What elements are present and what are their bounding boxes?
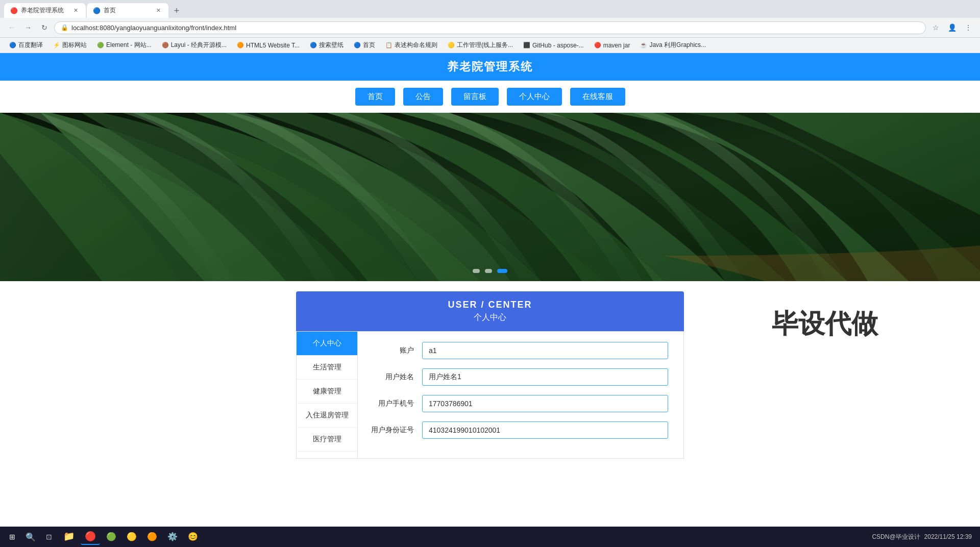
taskbar-app-1[interactable]: 🟢 [102,529,120,545]
hero-image [0,113,980,281]
bookmark-java[interactable]: ☕ Java 利用Graphics... [636,39,710,51]
sidebar-item-checkin-checkout[interactable]: 入住退房管理 [297,404,357,428]
form-row-username: 用户姓名 [368,368,668,386]
taskbar-app-5[interactable]: 😊 [184,529,202,545]
label-account: 账户 [368,346,414,355]
bookmark-favicon: ☕ [640,42,647,48]
sidebar-menu: 个人中心 生活管理 健康管理 入住退房管理 医疗管理 [297,332,358,458]
profile-button[interactable]: 👤 [945,21,959,34]
bookmark-favicon: 🔵 [9,42,16,48]
nav-online-service[interactable]: 在线客服 [570,88,625,106]
site-nav: 首页 公告 留言板 个人中心 在线客服 [0,81,980,113]
bookmark-home[interactable]: 🔵 首页 [350,39,379,51]
bookmark-favicon: 🔵 [354,42,361,48]
form-row-idcard: 用户身份证号 [368,421,668,439]
taskbar: ⊞ 🔍 ⊡ 📁 🔴 🟢 🟡 🟠 ⚙️ 😊 CSDN@毕业设计 2022/11/2… [0,527,980,547]
form-row-account: 账户 [368,342,668,359]
bookmark-icon-site[interactable]: ⚡ 图标网站 [49,39,91,51]
bookmark-button[interactable]: ☆ [929,21,942,34]
refresh-button[interactable]: ↻ [38,21,51,34]
start-button[interactable]: ⊞ [4,529,20,545]
bookmark-naming[interactable]: 📋 表述构命名规则 [381,39,442,51]
lock-icon: 🔒 [61,24,68,31]
tab-2-title: 首页 [104,6,151,15]
forward-button[interactable]: → [21,21,35,34]
carousel-dots [473,269,507,273]
sidebar-item-health-management[interactable]: 健康管理 [297,380,357,404]
input-phone[interactable] [422,395,668,412]
nav-announcement[interactable]: 公告 [403,88,443,106]
bookmark-element[interactable]: 🟢 Element - 网站... [93,39,156,51]
section-header-en: USER / CENTER [304,300,676,310]
nav-personal-center[interactable]: 个人中心 [507,88,562,106]
bookmark-layui[interactable]: 🟤 Layui - 经典开源模... [158,39,231,51]
label-phone: 用户手机号 [368,399,414,408]
tab-1-title: 养老院管理系统 [21,6,68,15]
bookmark-favicon: 🟤 [162,42,169,48]
label-username: 用户姓名 [368,372,414,382]
taskbar-sys-info: CSDN@毕业设计 2022/11/25 12:39 [872,533,976,541]
input-account[interactable] [422,342,668,359]
sidebar-item-medical-management[interactable]: 医疗管理 [297,428,357,452]
taskbar-sys-time: 2022/11/25 12:39 [924,533,972,540]
label-idcard: 用户身份证号 [368,426,414,435]
bookmark-favicon: 🟢 [97,42,104,48]
input-username[interactable] [422,368,668,386]
hero-banner [0,113,980,281]
section-header-zh: 个人中心 [304,312,676,323]
bookmark-work[interactable]: 🟡 工作管理(线上服务... [444,39,517,51]
bookmark-favicon: 🟠 [237,42,244,48]
sidebar-item-life-management[interactable]: 生活管理 [297,356,357,380]
url-text: localhost:8080/yanglaoyuanguanlixitong/f… [71,24,919,32]
address-bar[interactable]: 🔒 localhost:8080/yanglaoyuanguanlixitong… [54,21,926,34]
app-container: 养老院管理系统 首页 公告 留言板 个人中心 在线客服 [0,53,980,547]
taskbar-app-3[interactable]: 🟠 [143,529,161,545]
site-header: 养老院管理系统 [0,53,980,81]
bookmarks-bar: 🔵 百度翻译 ⚡ 图标网站 🟢 Element - 网站... 🟤 Layui … [0,38,980,53]
new-tab-button[interactable]: + [169,4,184,18]
user-form: 账户 用户姓名 用户手机号 用户身份证号 [358,332,683,458]
bookmark-favicon: 🟡 [448,42,455,48]
nav-messageboard[interactable]: 留言板 [451,88,499,106]
search-button[interactable]: 🔍 [22,529,39,545]
user-panel: 个人中心 生活管理 健康管理 入住退房管理 医疗管理 账户 用户姓名 用户手机号 [296,331,684,459]
bookmark-wallpaper[interactable]: 🔵 搜索壁纸 [306,39,348,51]
bookmark-favicon: 🔴 [594,42,601,48]
nav-home[interactable]: 首页 [355,88,395,106]
bookmark-favicon: ⚡ [53,42,60,48]
carousel-dot-1[interactable] [473,269,480,273]
bookmark-github[interactable]: ⬛ GitHub - aspose-... [519,40,588,51]
taskbar-file-explorer[interactable]: 📁 [59,529,79,545]
task-view-button[interactable]: ⊡ [41,529,57,545]
menu-button[interactable]: ⋮ [962,21,975,34]
taskbar-app-4[interactable]: ⚙️ [163,529,182,545]
section-header: USER / CENTER 个人中心 [296,291,684,331]
bookmark-favicon: 🔵 [310,42,317,48]
tab-2[interactable]: 🔵 首页 ✕ [87,3,168,18]
tab-1[interactable]: 🔴 养老院管理系统 ✕ [4,3,86,18]
taskbar-sys-user: CSDN@毕业设计 [872,533,920,541]
browser-controls: ← → ↻ 🔒 localhost:8080/yanglaoyuanguanli… [0,18,980,38]
tab-2-close[interactable]: ✕ [154,7,162,15]
carousel-dot-3[interactable] [497,269,507,273]
form-row-phone: 用户手机号 [368,395,668,412]
bookmark-html5[interactable]: 🟠 HTML5 Website T... [233,40,304,51]
bookmark-maven[interactable]: 🔴 maven jar [590,40,634,51]
tab-bar: 🔴 养老院管理系统 ✕ 🔵 首页 ✕ + [0,0,980,18]
taskbar-chrome[interactable]: 🔴 [81,529,100,545]
back-button[interactable]: ← [5,21,18,34]
site-title: 养老院管理系统 [0,59,980,74]
user-center-section: USER / CENTER 个人中心 个人中心 生活管理 健康管理 入住退房管理… [296,291,684,459]
tab-1-close[interactable]: ✕ [71,7,80,15]
carousel-dot-2[interactable] [485,269,492,273]
bookmark-favicon: 📋 [385,42,393,48]
bookmark-baidu-translate[interactable]: 🔵 百度翻译 [5,39,47,51]
taskbar-app-2[interactable]: 🟡 [122,529,141,545]
browser-chrome: 🔴 养老院管理系统 ✕ 🔵 首页 ✕ + ← → ↻ 🔒 localhost:8… [0,0,980,53]
sidebar-item-personal-center[interactable]: 个人中心 [297,332,357,356]
bookmark-favicon: ⬛ [523,42,530,48]
input-idcard[interactable] [422,421,668,439]
